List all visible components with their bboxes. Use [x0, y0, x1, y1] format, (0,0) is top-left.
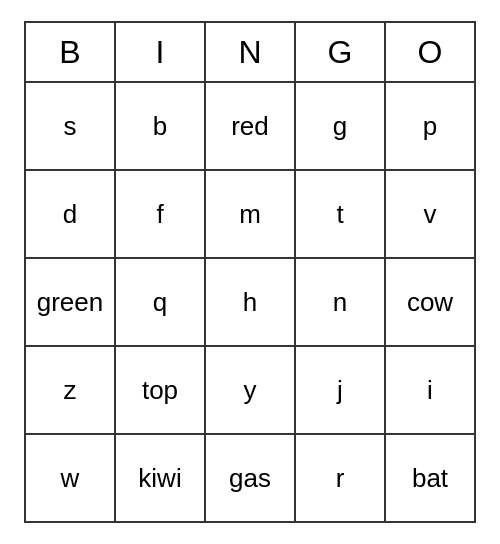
- cell-3-3: h: [206, 259, 296, 347]
- cell-4-2: top: [116, 347, 206, 435]
- cell-3-2: q: [116, 259, 206, 347]
- cell-5-4: r: [296, 435, 386, 523]
- cell-1-5: p: [386, 83, 476, 171]
- cell-4-4: j: [296, 347, 386, 435]
- header-o: O: [386, 23, 476, 83]
- header-n: N: [206, 23, 296, 83]
- cell-1-3: red: [206, 83, 296, 171]
- row-5: w kiwi gas r bat: [26, 435, 476, 523]
- cell-4-5: i: [386, 347, 476, 435]
- cell-1-1: s: [26, 83, 116, 171]
- cell-5-3: gas: [206, 435, 296, 523]
- row-2: d f m t v: [26, 171, 476, 259]
- row-4: z top y j i: [26, 347, 476, 435]
- cell-4-3: y: [206, 347, 296, 435]
- header-g: G: [296, 23, 386, 83]
- cell-5-5: bat: [386, 435, 476, 523]
- cell-5-1: w: [26, 435, 116, 523]
- cell-3-4: n: [296, 259, 386, 347]
- cell-2-5: v: [386, 171, 476, 259]
- cell-1-2: b: [116, 83, 206, 171]
- header-i: I: [116, 23, 206, 83]
- cell-2-4: t: [296, 171, 386, 259]
- header-row: B I N G O: [26, 23, 476, 83]
- cell-3-5: cow: [386, 259, 476, 347]
- bingo-card: B I N G O s b red g p d f m t v green q …: [24, 21, 476, 523]
- header-b: B: [26, 23, 116, 83]
- cell-2-3: m: [206, 171, 296, 259]
- cell-5-2: kiwi: [116, 435, 206, 523]
- row-3: green q h n cow: [26, 259, 476, 347]
- cell-4-1: z: [26, 347, 116, 435]
- cell-3-1: green: [26, 259, 116, 347]
- cell-2-2: f: [116, 171, 206, 259]
- cell-1-4: g: [296, 83, 386, 171]
- row-1: s b red g p: [26, 83, 476, 171]
- cell-2-1: d: [26, 171, 116, 259]
